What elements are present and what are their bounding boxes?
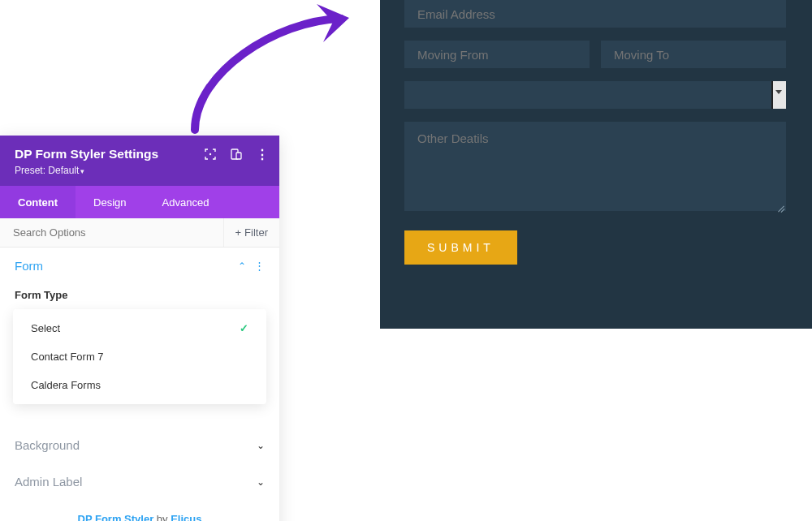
chevron-up-icon: ⌃ [238, 260, 246, 272]
section-form-body: Form Type Select ✓ Contact Form 7 Calder… [0, 289, 279, 427]
chevron-down-icon: ⌄ [257, 476, 265, 488]
scan-icon[interactable] [205, 149, 216, 160]
chevron-down-icon: ⌄ [257, 440, 265, 451]
preset-selector[interactable]: Preset: Default▾ [15, 165, 265, 176]
moving-to-field[interactable] [601, 41, 786, 68]
panel-header: DP Form Styler Settings Preset: Default▾… [0, 136, 279, 186]
filter-button[interactable]: + Filter [223, 218, 279, 247]
section-admin-label[interactable]: Admin Label ⌄ [0, 463, 279, 500]
tabs: Content Design Advanced [0, 186, 279, 218]
form-preview: SUBMIT [380, 0, 812, 329]
tab-advanced[interactable]: Advanced [145, 186, 227, 218]
svg-point-0 [209, 153, 211, 155]
author-link[interactable]: Elicus [171, 513, 201, 521]
email-field[interactable] [404, 0, 786, 28]
more-icon[interactable]: ⋮ [257, 149, 268, 160]
dropdown-option-cf7[interactable]: Contact Form 7 [13, 342, 266, 371]
tab-content[interactable]: Content [0, 186, 76, 218]
chevron-down-icon [775, 90, 782, 94]
details-textarea[interactable] [404, 122, 786, 211]
moving-from-field[interactable] [404, 41, 590, 68]
form-type-dropdown: Select ✓ Contact Form 7 Caldera Forms [13, 309, 266, 404]
responsive-icon[interactable] [231, 149, 242, 160]
panel-footer: DP Form Styler by Elicus [0, 500, 279, 521]
chevron-down-icon: ▾ [80, 167, 84, 175]
settings-panel: DP Form Styler Settings Preset: Default▾… [0, 136, 279, 521]
form-type-label: Form Type [15, 289, 265, 301]
dropdown-option-caldera[interactable]: Caldera Forms [13, 371, 266, 399]
check-icon: ✓ [240, 322, 248, 334]
service-select[interactable] [404, 81, 786, 109]
arrow-illustration [179, 0, 365, 138]
section-background[interactable]: Background ⌄ [0, 427, 279, 463]
submit-button[interactable]: SUBMIT [404, 230, 517, 265]
svg-rect-2 [236, 153, 241, 159]
search-row: + Filter [0, 218, 279, 248]
dropdown-option-select[interactable]: Select ✓ [13, 314, 266, 342]
search-input[interactable] [0, 226, 223, 239]
section-form[interactable]: Form ⌃ ⋮ [0, 248, 279, 284]
product-link[interactable]: DP Form Styler [78, 513, 154, 521]
more-icon[interactable]: ⋮ [254, 260, 265, 271]
plus-icon: + [235, 226, 242, 239]
tab-design[interactable]: Design [76, 186, 144, 218]
